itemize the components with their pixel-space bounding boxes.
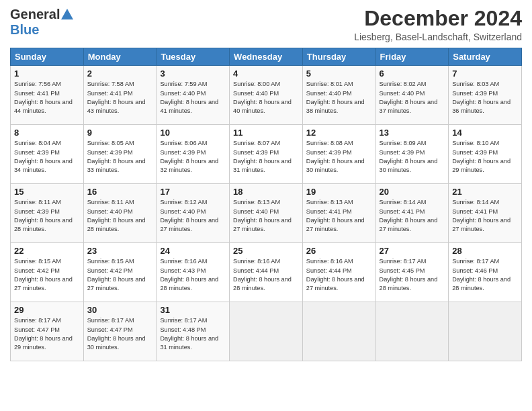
calendar-cell: 5 Sunrise: 8:01 AMSunset: 4:40 PMDayligh…	[302, 66, 375, 125]
day-number: 28	[452, 246, 518, 256]
day-info: Sunrise: 8:13 AMSunset: 4:41 PMDaylight:…	[306, 199, 365, 232]
day-number: 9	[87, 128, 153, 138]
calendar-week-3: 15 Sunrise: 8:11 AMSunset: 4:39 PMDaylig…	[11, 184, 522, 243]
calendar-cell: 15 Sunrise: 8:11 AMSunset: 4:39 PMDaylig…	[11, 184, 84, 243]
header-thursday: Thursday	[302, 48, 375, 66]
calendar-cell: 2 Sunrise: 7:58 AMSunset: 4:41 PMDayligh…	[83, 66, 157, 125]
day-info: Sunrise: 8:01 AMSunset: 4:40 PMDaylight:…	[306, 81, 365, 114]
calendar-cell: 8 Sunrise: 8:04 AMSunset: 4:39 PMDayligh…	[11, 125, 84, 184]
day-number: 20	[380, 187, 445, 197]
calendar-cell: 14 Sunrise: 8:10 AMSunset: 4:39 PMDaylig…	[449, 125, 522, 184]
location: Liesberg, Basel-Landschaft, Switzerland	[354, 32, 522, 42]
day-info: Sunrise: 8:17 AMSunset: 4:48 PMDaylight:…	[160, 317, 218, 351]
calendar-cell	[302, 302, 375, 361]
day-number: 17	[160, 187, 226, 197]
month-title: December 2024	[354, 7, 522, 30]
day-number: 19	[306, 187, 372, 197]
calendar-page: General Blue December 2024 Liesberg, Bas…	[0, 0, 532, 411]
day-info: Sunrise: 8:02 AMSunset: 4:40 PMDaylight:…	[380, 81, 438, 114]
day-info: Sunrise: 8:12 AMSunset: 4:40 PMDaylight:…	[160, 199, 218, 232]
calendar-cell: 28 Sunrise: 8:17 AMSunset: 4:46 PMDaylig…	[449, 243, 522, 302]
calendar-cell: 12 Sunrise: 8:08 AMSunset: 4:39 PMDaylig…	[302, 125, 375, 184]
day-info: Sunrise: 7:58 AMSunset: 4:41 PMDaylight:…	[87, 81, 146, 114]
calendar-cell: 23 Sunrise: 8:15 AMSunset: 4:42 PMDaylig…	[83, 243, 157, 302]
day-info: Sunrise: 8:10 AMSunset: 4:39 PMDaylight:…	[452, 140, 511, 173]
day-info: Sunrise: 8:17 AMSunset: 4:47 PMDaylight:…	[14, 317, 73, 351]
day-number: 8	[14, 128, 80, 138]
day-info: Sunrise: 8:13 AMSunset: 4:40 PMDaylight:…	[233, 199, 292, 232]
day-info: Sunrise: 8:17 AMSunset: 4:45 PMDaylight:…	[380, 258, 438, 291]
header-saturday: Saturday	[449, 48, 522, 66]
calendar-cell: 13 Sunrise: 8:09 AMSunset: 4:39 PMDaylig…	[375, 125, 449, 184]
calendar-cell: 18 Sunrise: 8:13 AMSunset: 4:40 PMDaylig…	[230, 184, 303, 243]
calendar-cell: 4 Sunrise: 8:00 AMSunset: 4:40 PMDayligh…	[230, 66, 303, 125]
calendar-cell: 19 Sunrise: 8:13 AMSunset: 4:41 PMDaylig…	[302, 184, 375, 243]
day-number: 24	[160, 246, 226, 256]
calendar-cell: 22 Sunrise: 8:15 AMSunset: 4:42 PMDaylig…	[11, 243, 84, 302]
header: General Blue December 2024 Liesberg, Bas…	[10, 7, 522, 42]
calendar-cell: 9 Sunrise: 8:05 AMSunset: 4:39 PMDayligh…	[83, 125, 157, 184]
calendar-cell	[230, 302, 303, 361]
calendar-week-2: 8 Sunrise: 8:04 AMSunset: 4:39 PMDayligh…	[11, 125, 522, 184]
calendar-table: Sunday Monday Tuesday Wednesday Thursday…	[10, 48, 522, 361]
svg-marker-0	[61, 9, 73, 19]
day-number: 15	[14, 187, 80, 197]
calendar-cell: 29 Sunrise: 8:17 AMSunset: 4:47 PMDaylig…	[11, 302, 84, 361]
calendar-week-1: 1 Sunrise: 7:56 AMSunset: 4:41 PMDayligh…	[11, 66, 522, 125]
header-wednesday: Wednesday	[230, 48, 303, 66]
logo-blue: Blue	[10, 22, 39, 37]
calendar-cell: 3 Sunrise: 7:59 AMSunset: 4:40 PMDayligh…	[157, 66, 230, 125]
day-number: 1	[14, 68, 80, 79]
calendar-cell: 24 Sunrise: 8:16 AMSunset: 4:43 PMDaylig…	[157, 243, 230, 302]
day-info: Sunrise: 8:16 AMSunset: 4:43 PMDaylight:…	[160, 258, 218, 291]
day-info: Sunrise: 7:59 AMSunset: 4:40 PMDaylight:…	[160, 81, 218, 114]
day-number: 16	[87, 187, 153, 197]
day-number: 7	[452, 68, 518, 79]
day-info: Sunrise: 8:05 AMSunset: 4:39 PMDaylight:…	[87, 140, 146, 173]
calendar-cell: 31 Sunrise: 8:17 AMSunset: 4:48 PMDaylig…	[157, 302, 230, 361]
day-info: Sunrise: 8:04 AMSunset: 4:39 PMDaylight:…	[14, 140, 73, 173]
day-info: Sunrise: 8:00 AMSunset: 4:40 PMDaylight:…	[233, 81, 292, 114]
day-number: 29	[14, 305, 80, 315]
day-number: 3	[160, 68, 226, 79]
day-number: 2	[87, 68, 153, 79]
calendar-cell: 25 Sunrise: 8:16 AMSunset: 4:44 PMDaylig…	[230, 243, 303, 302]
day-number: 11	[233, 128, 299, 138]
header-tuesday: Tuesday	[157, 48, 230, 66]
day-number: 21	[452, 187, 518, 197]
day-info: Sunrise: 7:56 AMSunset: 4:41 PMDaylight:…	[14, 81, 73, 114]
day-info: Sunrise: 8:15 AMSunset: 4:42 PMDaylight:…	[14, 258, 73, 291]
day-number: 4	[233, 68, 299, 79]
day-info: Sunrise: 8:11 AMSunset: 4:39 PMDaylight:…	[14, 199, 73, 232]
day-info: Sunrise: 8:16 AMSunset: 4:44 PMDaylight:…	[233, 258, 292, 291]
day-number: 10	[160, 128, 226, 138]
day-info: Sunrise: 8:17 AMSunset: 4:46 PMDaylight:…	[452, 258, 511, 291]
title-area: December 2024 Liesberg, Basel-Landschaft…	[354, 7, 522, 42]
calendar-week-5: 29 Sunrise: 8:17 AMSunset: 4:47 PMDaylig…	[11, 302, 522, 361]
calendar-week-4: 22 Sunrise: 8:15 AMSunset: 4:42 PMDaylig…	[11, 243, 522, 302]
day-number: 27	[380, 246, 445, 256]
calendar-body: 1 Sunrise: 7:56 AMSunset: 4:41 PMDayligh…	[11, 66, 522, 361]
calendar-cell	[375, 302, 449, 361]
day-info: Sunrise: 8:14 AMSunset: 4:41 PMDaylight:…	[452, 199, 511, 232]
header-sunday: Sunday	[11, 48, 84, 66]
day-number: 18	[233, 187, 299, 197]
day-number: 12	[306, 128, 372, 138]
day-info: Sunrise: 8:09 AMSunset: 4:39 PMDaylight:…	[380, 140, 438, 173]
calendar-cell	[449, 302, 522, 361]
calendar-cell: 20 Sunrise: 8:14 AMSunset: 4:41 PMDaylig…	[375, 184, 449, 243]
calendar-cell: 1 Sunrise: 7:56 AMSunset: 4:41 PMDayligh…	[11, 66, 84, 125]
day-number: 6	[380, 68, 445, 79]
day-number: 14	[452, 128, 518, 138]
calendar-cell: 21 Sunrise: 8:14 AMSunset: 4:41 PMDaylig…	[449, 184, 522, 243]
calendar-cell: 11 Sunrise: 8:07 AMSunset: 4:39 PMDaylig…	[230, 125, 303, 184]
day-info: Sunrise: 8:06 AMSunset: 4:39 PMDaylight:…	[160, 140, 218, 173]
day-info: Sunrise: 8:08 AMSunset: 4:39 PMDaylight:…	[306, 140, 365, 173]
day-info: Sunrise: 8:11 AMSunset: 4:40 PMDaylight:…	[87, 199, 146, 232]
day-number: 23	[87, 246, 153, 256]
day-info: Sunrise: 8:07 AMSunset: 4:39 PMDaylight:…	[233, 140, 292, 173]
day-number: 25	[233, 246, 299, 256]
calendar-cell: 10 Sunrise: 8:06 AMSunset: 4:39 PMDaylig…	[157, 125, 230, 184]
day-info: Sunrise: 8:17 AMSunset: 4:47 PMDaylight:…	[87, 317, 146, 351]
calendar-cell: 7 Sunrise: 8:03 AMSunset: 4:39 PMDayligh…	[449, 66, 522, 125]
